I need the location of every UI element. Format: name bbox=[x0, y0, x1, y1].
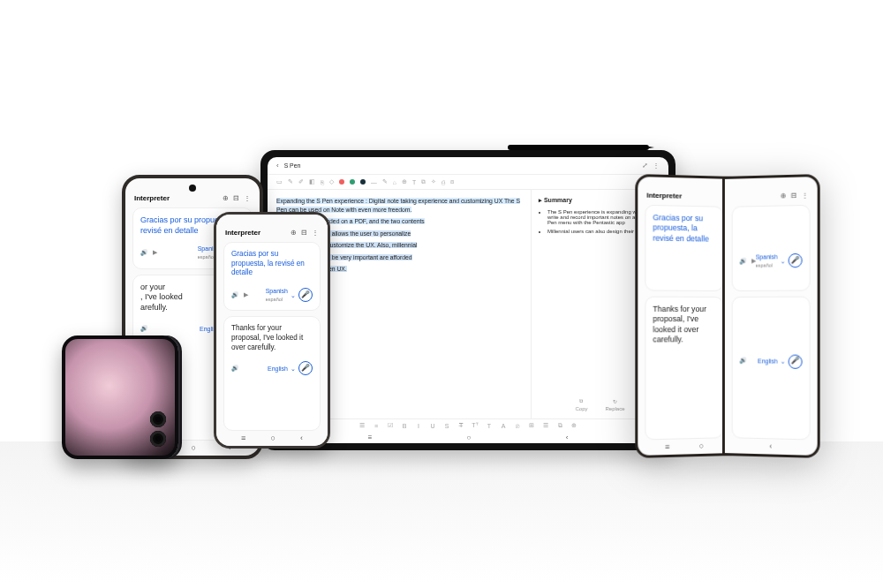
more-icon[interactable]: ⋮ bbox=[244, 194, 251, 202]
chevron-down-icon: ⌄ bbox=[781, 358, 786, 366]
source-card-continuation: Gracias por su propuesta, la revisé en d… bbox=[732, 205, 811, 291]
replace-button[interactable]: ↻ Replace bbox=[606, 398, 625, 411]
target-text: Thanks for your proposal, I've looked it… bbox=[231, 324, 313, 352]
source-text: Gracias por su propuesta, la revisé en d… bbox=[653, 213, 715, 245]
camera-lens-icon bbox=[150, 431, 166, 447]
replace-icon: ↻ bbox=[613, 398, 617, 404]
target-lang-picker[interactable]: English ⌄ 🎤 bbox=[268, 361, 313, 375]
source-card: Gracias por su propuesta, la revisé en d… bbox=[645, 205, 723, 291]
source-card: Gracias por su propuesta, la revisé en d… bbox=[223, 242, 321, 311]
toolbar-icon: ✧ bbox=[431, 178, 436, 185]
select-icon: ◇ bbox=[329, 178, 334, 185]
camera-module bbox=[150, 411, 166, 447]
source-lang-picker[interactable]: Spanish español ⌄ 🎤 bbox=[266, 287, 313, 303]
nav-back-icon: ‹ bbox=[300, 433, 303, 442]
source-text: Gracias por su propuesta, la revisé en d… bbox=[231, 250, 313, 278]
speaker-icon[interactable]: 🔊 bbox=[140, 325, 147, 333]
color-swatch-green[interactable] bbox=[350, 179, 355, 185]
attachment-icon: ⎘ bbox=[321, 179, 324, 185]
chat-icon[interactable]: ⊕ bbox=[291, 229, 297, 237]
app-title: Interpreter bbox=[646, 192, 682, 200]
chat-icon[interactable]: ⊕ bbox=[223, 194, 229, 202]
speaker-icon[interactable]: 🔊 bbox=[231, 365, 238, 373]
highlighter-icon: ✐ bbox=[298, 178, 304, 185]
camera-lens-icon bbox=[150, 411, 166, 427]
nav-back-icon: ‹ bbox=[566, 433, 569, 441]
nav-back-icon: ‹ bbox=[769, 441, 772, 450]
phone-navbar[interactable]: ‹ bbox=[732, 438, 811, 451]
expand-icon[interactable]: ⤢ bbox=[642, 162, 648, 170]
app-title: Interpreter bbox=[225, 229, 260, 237]
more-icon[interactable]: ⋮ bbox=[312, 229, 319, 237]
play-icon[interactable]: ▶ bbox=[244, 291, 248, 298]
app-title: Interpreter bbox=[134, 194, 170, 202]
copy-icon: ⧉ bbox=[579, 398, 583, 404]
more-icon[interactable]: ⋮ bbox=[653, 162, 660, 170]
device-lineup: ‹ S Pen ⤢ ⋮ ▭ ✎ ✐ ◧ ⎘ ◇ — ✎ ⌂ bbox=[0, 0, 883, 588]
toolbar-icon: ⊕ bbox=[402, 178, 407, 185]
nav-recent-icon: ≡ bbox=[368, 433, 373, 441]
fold-left-half: Interpreter Gracias por su propuesta, la… bbox=[635, 174, 733, 458]
target-card: Thanks for your proposal, I've looked it… bbox=[223, 316, 321, 431]
speaker-icon[interactable]: 🔊 bbox=[739, 258, 746, 264]
speaker-icon[interactable]: 🔊 bbox=[140, 249, 147, 255]
toolbar-icon: ⧉ bbox=[421, 178, 426, 185]
toolbar-icon: ⎙ bbox=[442, 179, 445, 185]
toolbar-icon: ✎ bbox=[382, 178, 388, 185]
target-text: Thanks for your proposal, I've looked it… bbox=[653, 305, 715, 345]
toolbar-icon: ▭ bbox=[276, 178, 283, 185]
toolbar-icon: ⧈ bbox=[450, 178, 454, 185]
speaker-icon[interactable]: 🔊 bbox=[739, 357, 746, 365]
nav-recent-icon: ≡ bbox=[241, 433, 245, 442]
pen-icon: ✎ bbox=[288, 178, 293, 185]
back-chevron-icon[interactable]: ‹ bbox=[276, 162, 279, 170]
speaker-icon[interactable]: 🔊 bbox=[231, 291, 238, 298]
phone-navbar[interactable]: ≡ ○ bbox=[645, 438, 723, 451]
play-icon[interactable]: ▶ bbox=[153, 249, 157, 255]
note-line: Expanding the S Pen experience : Digital… bbox=[276, 198, 520, 213]
toolbar-icon: ⌂ bbox=[393, 179, 396, 185]
phone-small: Interpreter ⊕ ⊟ ⋮ Gracias por su propues… bbox=[214, 212, 330, 449]
s-pen-stylus bbox=[508, 145, 649, 150]
flip-phone-closed bbox=[62, 335, 178, 459]
eraser-icon: ◧ bbox=[309, 178, 315, 185]
layout-icon[interactable]: ⊟ bbox=[233, 194, 239, 202]
toolbar-icon: T bbox=[412, 179, 416, 185]
target-card: Thanks for your proposal, I've looked it… bbox=[645, 297, 723, 441]
target-card-continuation: Thanks for your proposal, I've looked it… bbox=[732, 297, 811, 441]
tablet-doc-title: S Pen bbox=[284, 162, 301, 169]
phone-navbar[interactable]: ≡ ○ ‹ bbox=[223, 431, 321, 442]
fold-right-half: Interpreter ⊕ ⊟ ⋮ Gracias por su propues… bbox=[722, 174, 820, 458]
summary-title: Summary bbox=[544, 197, 572, 203]
tablet-toolbar[interactable]: ▭ ✎ ✐ ◧ ⎘ ◇ — ✎ ⌂ ⊕ T ⧉ ✧ ⎙ ⧈ bbox=[268, 175, 668, 190]
mic-button[interactable]: 🎤 bbox=[789, 253, 803, 268]
color-swatch-dark[interactable] bbox=[360, 179, 366, 185]
tablet-titlebar: ‹ S Pen ⤢ ⋮ bbox=[268, 157, 668, 175]
chevron-down-icon: ⌄ bbox=[291, 291, 296, 299]
mic-button[interactable]: 🎤 bbox=[298, 288, 313, 302]
layout-icon[interactable]: ⊟ bbox=[791, 192, 797, 200]
reflection-floor bbox=[0, 441, 883, 583]
target-lang-picker[interactable]: English ⌄ 🎤 bbox=[758, 354, 803, 369]
nav-home-icon: ○ bbox=[270, 433, 275, 442]
chevron-down-icon: ⌄ bbox=[781, 257, 786, 265]
nav-recent-icon: ≡ bbox=[665, 442, 669, 451]
nav-home-icon: ○ bbox=[191, 443, 195, 452]
layout-icon[interactable]: ⊟ bbox=[301, 229, 307, 237]
chat-icon[interactable]: ⊕ bbox=[781, 192, 787, 200]
nav-home-icon: ○ bbox=[467, 433, 472, 441]
nav-home-icon: ○ bbox=[699, 441, 704, 450]
source-lang-picker[interactable]: Spanish español ⌄ 🎤 bbox=[756, 253, 803, 269]
color-swatch-red[interactable] bbox=[339, 179, 344, 185]
mic-button[interactable]: 🎤 bbox=[789, 354, 803, 368]
copy-button[interactable]: ⧉ Copy bbox=[575, 398, 587, 411]
fold-phone-open: Interpreter Gracias por su propuesta, la… bbox=[634, 177, 821, 456]
mic-button[interactable]: 🎤 bbox=[298, 361, 313, 375]
more-icon[interactable]: ⋮ bbox=[802, 192, 809, 200]
chevron-down-icon: ⌄ bbox=[291, 365, 296, 373]
